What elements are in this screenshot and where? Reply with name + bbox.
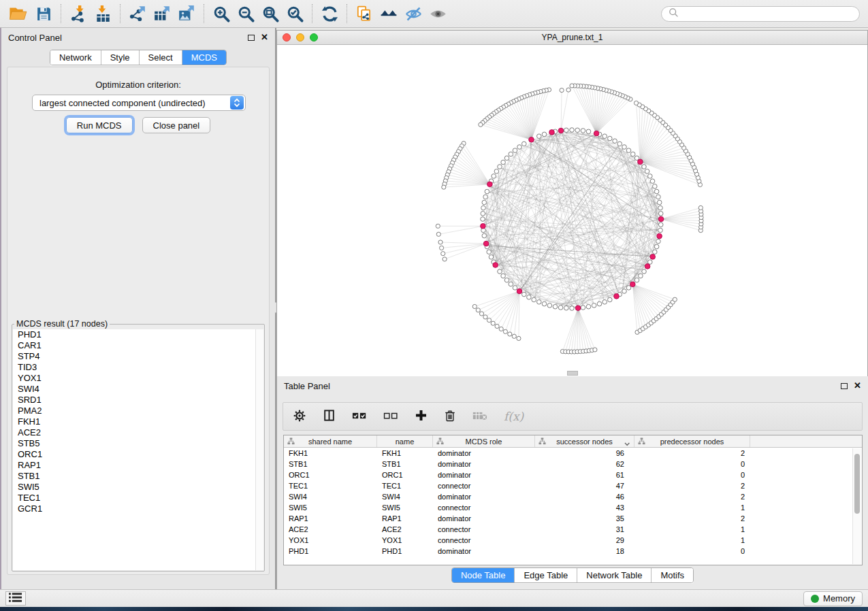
close-panel-icon[interactable]: ✕ bbox=[854, 382, 861, 389]
column-header-shared-name[interactable]: shared name bbox=[284, 435, 377, 447]
mcds-result-item[interactable]: STB1 bbox=[13, 471, 263, 482]
table-cell[interactable]: dominator bbox=[433, 449, 535, 457]
table-row[interactable]: STB1STB1dominator620 bbox=[284, 459, 862, 469]
graph-nodes[interactable] bbox=[436, 84, 703, 354]
table-cell[interactable]: PHD1 bbox=[377, 547, 433, 555]
table-row[interactable]: PHD1PHD1dominator180 bbox=[284, 546, 862, 557]
close-panel-icon[interactable]: ✕ bbox=[261, 34, 268, 41]
table-cell[interactable]: dominator bbox=[433, 514, 535, 523]
table-cell[interactable]: 0 bbox=[634, 460, 750, 468]
export-network-button[interactable] bbox=[125, 2, 150, 25]
table-row[interactable]: FKH1FKH1dominator962 bbox=[284, 448, 862, 459]
table-cell[interactable]: 2 bbox=[634, 493, 750, 501]
minimize-window-button[interactable] bbox=[296, 33, 304, 42]
column-header-successor-nodes[interactable]: successor nodes bbox=[535, 435, 634, 447]
float-panel-icon[interactable] bbox=[841, 383, 848, 389]
tab-node-table[interactable]: Node Table bbox=[452, 568, 515, 582]
table-cell[interactable]: dominator bbox=[433, 547, 535, 555]
table-cell[interactable]: SWI4 bbox=[284, 493, 377, 501]
table-cell[interactable]: ACE2 bbox=[284, 525, 377, 533]
table-scrollbar[interactable] bbox=[852, 448, 861, 564]
table-row[interactable]: ACE2ACE2connector311 bbox=[284, 524, 862, 535]
table-cell[interactable]: 2 bbox=[634, 449, 750, 457]
run-mcds-button[interactable]: Run MCDS bbox=[66, 117, 133, 133]
apply-layout-button[interactable] bbox=[317, 2, 342, 25]
table-cell[interactable]: 46 bbox=[535, 493, 634, 501]
tab-network[interactable]: Network bbox=[50, 50, 101, 65]
mcds-result-item[interactable]: STB5 bbox=[13, 438, 263, 449]
duplicate-network-button[interactable] bbox=[352, 2, 376, 25]
select-all-button[interactable] bbox=[352, 410, 367, 423]
table-cell[interactable]: ORC1 bbox=[284, 471, 377, 479]
table-mode-button[interactable] bbox=[293, 409, 306, 425]
column-header-predecessor-nodes[interactable]: predecessor nodes bbox=[634, 435, 750, 447]
table-cell[interactable]: 1 bbox=[634, 536, 750, 544]
table-row[interactable]: RAP1RAP1dominator352 bbox=[284, 513, 862, 524]
table-cell[interactable]: 2 bbox=[634, 482, 750, 490]
table-cell[interactable]: 43 bbox=[535, 503, 634, 512]
import-table-button[interactable] bbox=[91, 2, 115, 25]
table-cell[interactable]: 29 bbox=[535, 536, 634, 544]
zoom-selected-button[interactable] bbox=[283, 2, 307, 25]
float-panel-icon[interactable] bbox=[248, 35, 255, 41]
export-table-button[interactable] bbox=[150, 2, 174, 25]
table-row[interactable]: SWI4SWI4dominator462 bbox=[284, 491, 862, 502]
mcds-list-scrollbar[interactable] bbox=[255, 329, 263, 570]
mcds-result-item[interactable]: SRD1 bbox=[13, 395, 263, 406]
tab-select[interactable]: Select bbox=[140, 50, 182, 65]
column-header-mcds-role[interactable]: MCDS role bbox=[433, 435, 535, 447]
table-cell[interactable]: 2 bbox=[634, 514, 750, 523]
find-neighbors-button[interactable] bbox=[376, 2, 401, 25]
tab-network-table[interactable]: Network Table bbox=[577, 568, 652, 582]
scrollbar-thumb[interactable] bbox=[854, 454, 860, 514]
network-window-titlebar[interactable]: YPA_prune.txt_1 bbox=[277, 31, 867, 45]
table-cell[interactable]: connector bbox=[433, 525, 535, 533]
table-cell[interactable]: PHD1 bbox=[284, 547, 377, 555]
table-cell[interactable]: 61 bbox=[535, 471, 634, 479]
table-cell[interactable]: 47 bbox=[535, 482, 634, 490]
table-cell[interactable]: STB1 bbox=[284, 460, 377, 468]
format-columns-button[interactable] bbox=[323, 409, 336, 424]
show-task-history-button[interactable] bbox=[5, 591, 26, 606]
mcds-result-list[interactable]: PHD1CAR1STP4TID3YOX1SWI4SRD1PMA2FKH1ACE2… bbox=[13, 329, 263, 570]
export-image-button[interactable] bbox=[174, 2, 199, 25]
table-row[interactable]: ORC1ORC1dominator610 bbox=[284, 469, 862, 480]
zoom-in-button[interactable] bbox=[209, 2, 234, 25]
tab-motifs[interactable]: Motifs bbox=[652, 568, 693, 582]
table-cell[interactable]: dominator bbox=[433, 471, 535, 479]
table-cell[interactable]: SWI4 bbox=[377, 493, 433, 501]
table-cell[interactable]: 62 bbox=[535, 460, 634, 468]
table-cell[interactable]: connector bbox=[433, 482, 535, 490]
save-session-button[interactable] bbox=[31, 2, 56, 25]
table-row[interactable]: SWI5SWI5connector431 bbox=[284, 502, 862, 513]
column-header-name[interactable]: name bbox=[377, 435, 433, 447]
table-cell[interactable]: dominator bbox=[433, 460, 535, 468]
search-box[interactable] bbox=[661, 6, 860, 22]
table-cell[interactable]: connector bbox=[433, 503, 535, 512]
mcds-result-item[interactable]: ACE2 bbox=[13, 427, 263, 438]
table-cell[interactable]: 1 bbox=[634, 525, 750, 533]
mcds-result-item[interactable]: FKH1 bbox=[13, 416, 263, 427]
mcds-result-item[interactable]: PMA2 bbox=[13, 406, 263, 416]
open-session-button[interactable] bbox=[7, 2, 31, 25]
table-cell[interactable]: ACE2 bbox=[377, 525, 433, 533]
mcds-result-item[interactable]: PHD1 bbox=[13, 329, 263, 340]
table-cell[interactable]: 96 bbox=[535, 449, 634, 457]
table-cell[interactable]: 18 bbox=[535, 547, 634, 555]
table-cell[interactable]: SWI5 bbox=[284, 503, 377, 512]
table-cell[interactable]: FKH1 bbox=[377, 449, 433, 457]
tab-style[interactable]: Style bbox=[101, 50, 140, 65]
table-cell[interactable]: 0 bbox=[634, 547, 750, 555]
mcds-result-item[interactable]: RAP1 bbox=[13, 460, 263, 471]
table-cell[interactable]: TEC1 bbox=[377, 482, 433, 490]
search-input[interactable] bbox=[682, 9, 853, 19]
mcds-result-item[interactable]: TEC1 bbox=[13, 493, 263, 503]
deselect-all-button[interactable] bbox=[383, 410, 398, 423]
show-hidden-button[interactable] bbox=[425, 2, 450, 25]
table-cell[interactable]: YOX1 bbox=[377, 536, 433, 544]
table-cell[interactable]: TEC1 bbox=[284, 482, 377, 490]
horizontal-splitter-grip[interactable] bbox=[567, 371, 578, 376]
zoom-window-button[interactable] bbox=[310, 33, 318, 42]
table-cell[interactable]: STB1 bbox=[377, 460, 433, 468]
table-cell[interactable]: dominator bbox=[433, 493, 535, 501]
